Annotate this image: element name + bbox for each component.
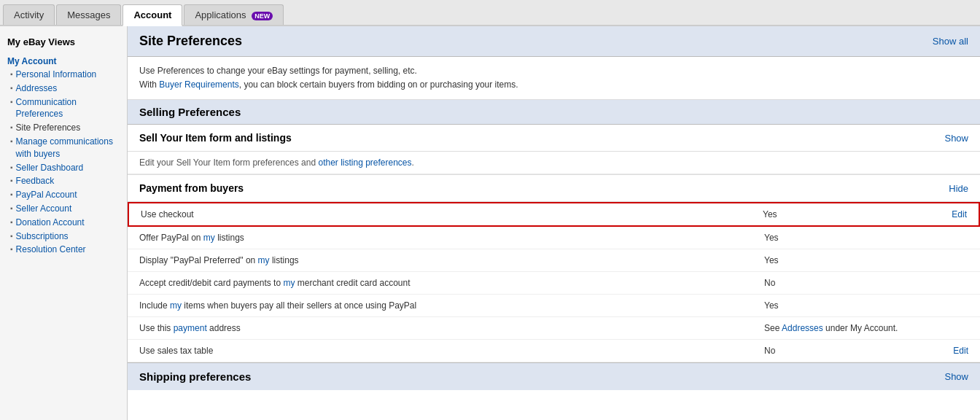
sidebar-item-addresses[interactable]: Addresses: [0, 82, 127, 96]
shipping-header: Shipping preferences Show: [128, 362, 980, 390]
sidebar-item-manage-comms[interactable]: Manage communications with buyers: [0, 135, 127, 161]
sidebar: My eBay Views My Account Personal Inform…: [0, 26, 128, 420]
other-listing-prefs-link[interactable]: other listing preferences: [318, 158, 411, 168]
row-use-checkout-edit[interactable]: Edit: [923, 209, 967, 219]
payment-hide-link[interactable]: Hide: [949, 183, 968, 194]
shipping-show-link[interactable]: Show: [944, 371, 968, 382]
tab-messages[interactable]: Messages: [56, 4, 121, 25]
row-include-items-label: Include my items when buyers pay all the…: [139, 300, 764, 311]
row-offer-paypal-value: Yes: [764, 233, 925, 243]
row-use-checkout-label: Use checkout: [141, 209, 763, 219]
sidebar-item-seller-account[interactable]: Seller Account: [0, 202, 127, 216]
main-layout: My eBay Views My Account Personal Inform…: [0, 26, 980, 420]
sidebar-item-communication-prefs[interactable]: Communication Preferences: [0, 96, 127, 122]
my-link-offer-paypal[interactable]: my: [203, 233, 215, 243]
sidebar-section-title[interactable]: My Account: [0, 53, 127, 68]
row-sales-tax-edit[interactable]: Edit: [925, 346, 968, 356]
sidebar-item-seller-dashboard[interactable]: Seller Dashboard: [0, 161, 127, 175]
row-sales-tax-label: Use sales tax table: [139, 346, 764, 356]
description-line1: Use Preferences to change your eBay sett…: [139, 64, 968, 78]
row-payment-address: Use this payment address See Addresses u…: [128, 317, 980, 340]
row-include-items: Include my items when buyers pay all the…: [128, 295, 980, 317]
row-sales-tax-value: No: [764, 346, 925, 356]
my-link-paypal-preferred[interactable]: my: [258, 255, 270, 265]
show-all-link[interactable]: Show all: [933, 36, 968, 47]
shipping-title: Shipping preferences: [139, 370, 251, 383]
content-area: Site Preferences Show all Use Preference…: [128, 26, 980, 420]
payment-link[interactable]: payment: [174, 323, 207, 333]
tab-account[interactable]: Account: [122, 4, 182, 26]
row-display-paypal-preferred: Display "PayPal Preferred" on my listing…: [128, 249, 980, 272]
sidebar-item-paypal-account[interactable]: PayPal Account: [0, 188, 127, 202]
description-line2: With Buyer Requirements, you can block c…: [139, 78, 968, 92]
subsection-desc-pre: Edit your Sell Your Item form preference…: [139, 158, 318, 168]
payment-header: Payment from buyers Hide: [128, 174, 980, 202]
row-payment-address-value: See Addresses under My Account.: [764, 323, 925, 333]
sidebar-item-feedback[interactable]: Feedback: [0, 174, 127, 188]
row-include-items-value: Yes: [764, 300, 925, 311]
row-use-checkout-value: Yes: [763, 209, 923, 219]
subsection-show-link[interactable]: Show: [944, 133, 968, 144]
subsection-desc: Edit your Sell Your Item form preference…: [128, 152, 980, 174]
sell-item-subsection-header: Sell Your Item form and listings Show: [128, 125, 980, 152]
my-link-accept-credit[interactable]: my: [283, 278, 295, 288]
top-nav: Activity Messages Account Applications N…: [0, 0, 980, 26]
row-offer-paypal: Offer PayPal on my listings Yes: [128, 227, 980, 249]
row-accept-credit-label: Accept credit/debit card payments to my …: [139, 278, 764, 288]
selling-preferences-header: Selling Preferences: [128, 100, 980, 125]
sidebar-title: My eBay Views: [0, 34, 127, 53]
sidebar-item-site-prefs[interactable]: Site Preferences: [0, 121, 127, 135]
new-badge: NEW: [252, 12, 273, 20]
page-header: Site Preferences Show all: [128, 26, 980, 57]
tab-applications-label: Applications: [195, 9, 246, 20]
row-display-paypal-label: Display "PayPal Preferred" on my listing…: [139, 255, 764, 265]
row-offer-paypal-label: Offer PayPal on my listings: [139, 233, 764, 243]
sidebar-item-subscriptions[interactable]: Subscriptions: [0, 230, 127, 244]
tab-applications[interactable]: Applications NEW: [184, 4, 284, 25]
row-use-checkout: Use checkout Yes Edit: [128, 202, 980, 227]
row-display-paypal-value: Yes: [764, 255, 925, 265]
payment-title: Payment from buyers: [139, 182, 244, 194]
my-link-include-items[interactable]: my: [170, 300, 182, 311]
subsection-title: Sell Your Item form and listings: [139, 132, 292, 144]
addresses-link[interactable]: Addresses: [782, 323, 823, 333]
row-accept-credit: Accept credit/debit card payments to my …: [128, 272, 980, 295]
sidebar-item-resolution-center[interactable]: Resolution Center: [0, 243, 127, 257]
buyer-requirements-link[interactable]: Buyer Requirements: [159, 79, 238, 90]
row-payment-address-label: Use this payment address: [139, 323, 764, 333]
description-post: , you can block certain buyers from bidd…: [239, 79, 518, 90]
sidebar-item-donation-account[interactable]: Donation Account: [0, 216, 127, 230]
row-accept-credit-value: No: [764, 278, 925, 288]
row-sales-tax: Use sales tax table No Edit: [128, 340, 980, 362]
description-pre: With: [139, 79, 159, 90]
tab-activity[interactable]: Activity: [3, 4, 55, 25]
subsection-desc-post: .: [412, 158, 414, 168]
sidebar-item-personal-info[interactable]: Personal Information: [0, 68, 127, 82]
description-area: Use Preferences to change your eBay sett…: [128, 57, 980, 100]
page-title: Site Preferences: [139, 34, 242, 49]
